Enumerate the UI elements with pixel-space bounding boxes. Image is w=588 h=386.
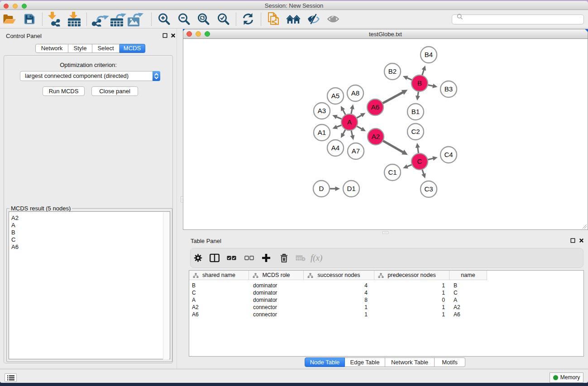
svg-text:A3: A3 xyxy=(318,107,326,114)
svg-text:D: D xyxy=(319,185,324,192)
svg-text:A7: A7 xyxy=(352,147,360,155)
svg-text:A4: A4 xyxy=(331,144,339,152)
svg-text:A2: A2 xyxy=(372,133,380,140)
svg-text:A: A xyxy=(347,118,352,126)
svg-text:B2: B2 xyxy=(388,67,397,75)
svg-text:D1: D1 xyxy=(347,185,355,192)
svg-text:B3: B3 xyxy=(445,85,453,93)
svg-text:C3: C3 xyxy=(424,185,433,193)
svg-text:C2: C2 xyxy=(411,128,420,135)
svg-text:A1: A1 xyxy=(318,129,326,136)
svg-text:A6: A6 xyxy=(371,103,379,111)
svg-text:B: B xyxy=(417,79,422,87)
svg-text:C1: C1 xyxy=(388,168,397,176)
svg-text:C: C xyxy=(417,157,422,165)
svg-text:A8: A8 xyxy=(351,89,359,97)
svg-text:C4: C4 xyxy=(444,151,453,158)
svg-text:B4: B4 xyxy=(425,51,433,58)
svg-text:B1: B1 xyxy=(411,108,420,115)
svg-text:A5: A5 xyxy=(331,92,339,100)
